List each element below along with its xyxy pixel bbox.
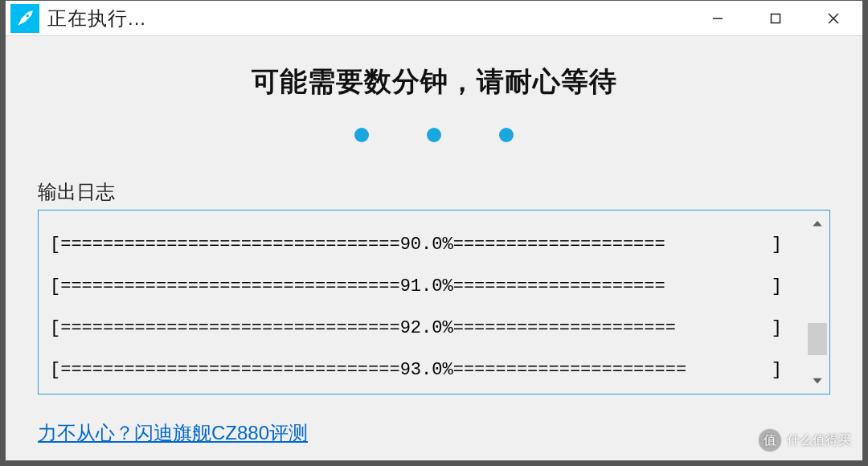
log-box: [================================90.0%==… xyxy=(38,210,830,394)
maximize-button[interactable] xyxy=(747,1,805,36)
log-line: [================================91.0%==… xyxy=(50,276,799,297)
log-line: [================================90.0%==… xyxy=(50,235,799,255)
headline-text: 可能需要数分钟，请耐心等待 xyxy=(6,63,862,100)
log-line: [================================93.0%==… xyxy=(50,360,799,381)
svg-point-0 xyxy=(27,14,29,17)
minimize-button[interactable] xyxy=(689,1,747,36)
log-section: 输出日志 [================================90… xyxy=(38,179,830,394)
watermark: 值 什么值得买 xyxy=(758,428,851,452)
dot-icon xyxy=(499,128,514,142)
log-line: [================================92.0%==… xyxy=(50,318,799,339)
scroll-down-button[interactable] xyxy=(805,370,829,392)
log-scrollbar[interactable] xyxy=(805,211,829,394)
footer-link[interactable]: 力不从心？闪迪旗舰CZ880评测 xyxy=(38,420,308,446)
log-output[interactable]: [================================90.0%==… xyxy=(39,211,805,394)
scroll-thumb[interactable] xyxy=(808,323,827,355)
loading-dots xyxy=(6,128,862,142)
app-window: 正在执行... 可能需要数分钟，请耐心等待 输出日志 [============… xyxy=(5,0,863,461)
close-button[interactable] xyxy=(805,1,862,36)
dot-icon xyxy=(354,128,369,142)
watermark-text: 什么值得买 xyxy=(787,432,851,449)
watermark-badge-icon: 值 xyxy=(758,428,782,452)
scroll-up-button[interactable] xyxy=(805,212,829,235)
svg-rect-2 xyxy=(772,14,780,22)
dot-icon xyxy=(427,128,441,142)
app-rocket-icon xyxy=(10,4,39,33)
window-title: 正在执行... xyxy=(47,6,146,31)
titlebar: 正在执行... xyxy=(6,1,862,36)
log-label: 输出日志 xyxy=(38,179,830,205)
